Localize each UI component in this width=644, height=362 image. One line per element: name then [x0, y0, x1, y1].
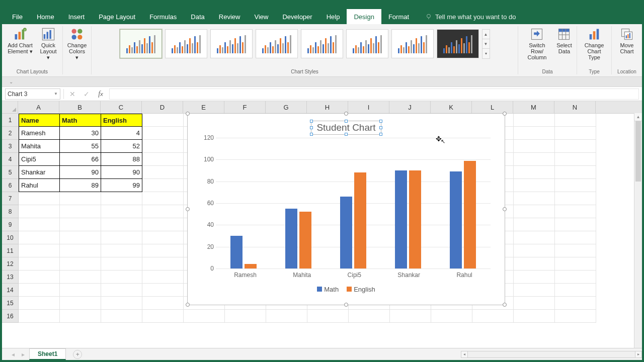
col-header-B[interactable]: B: [59, 101, 101, 113]
row-header-3[interactable]: 3: [2, 140, 18, 153]
cell-M13[interactable]: [514, 270, 555, 284]
cell-B5[interactable]: 90: [60, 166, 101, 179]
cell-N8[interactable]: [555, 205, 596, 218]
cell-N4[interactable]: [555, 153, 596, 166]
row-header-5[interactable]: 5: [2, 166, 18, 179]
cell-D5[interactable]: [142, 166, 184, 179]
bar-group[interactable]: [228, 236, 259, 268]
cell-B6[interactable]: 89: [60, 179, 101, 192]
chart-style-4[interactable]: [256, 29, 298, 58]
row-header-1[interactable]: 1: [2, 114, 18, 127]
cell-N10[interactable]: [555, 231, 596, 244]
cell-N1[interactable]: [555, 114, 596, 127]
cell-A4[interactable]: Cipi5: [19, 153, 60, 166]
cell-C14[interactable]: [101, 284, 142, 297]
quick-layout-button[interactable]: Quick Layout ▾: [37, 26, 59, 61]
bar[interactable]: [395, 170, 407, 268]
chart-style-3[interactable]: [210, 29, 253, 58]
cell-A12[interactable]: [19, 257, 60, 270]
cell-M11[interactable]: [514, 244, 555, 257]
tab-nav-next[interactable]: ▸: [19, 351, 27, 358]
cell-D12[interactable]: [142, 257, 184, 270]
cell-D13[interactable]: [142, 270, 184, 284]
select-data-button[interactable]: Select Data: [555, 26, 574, 61]
cell-N11[interactable]: [555, 244, 596, 257]
cell-F16[interactable]: [225, 310, 266, 323]
cell-L16[interactable]: [472, 310, 514, 323]
cell-B4[interactable]: 66: [60, 153, 101, 166]
chart-title[interactable]: Student Chart: [311, 121, 381, 135]
cell-D7[interactable]: [142, 192, 184, 205]
cell-B11[interactable]: [60, 244, 101, 257]
row-header-4[interactable]: 4: [2, 153, 18, 166]
cell-A14[interactable]: [19, 284, 60, 297]
styles-scroll[interactable]: ▲▼▾: [482, 29, 490, 59]
cell-D4[interactable]: [142, 153, 184, 166]
cell-N14[interactable]: [555, 284, 596, 297]
cell-B3[interactable]: 55: [60, 140, 101, 153]
name-box[interactable]: Chart 3 ▼: [5, 88, 60, 100]
cell-M2[interactable]: [514, 127, 555, 140]
switch-row-col-button[interactable]: Switch Row/ Column: [521, 26, 553, 61]
cell-M16[interactable]: [514, 310, 555, 323]
cell-A8[interactable]: [19, 205, 60, 218]
bar-group[interactable]: [283, 209, 313, 268]
cell-A6[interactable]: Rahul: [19, 179, 60, 192]
cell-B14[interactable]: [60, 284, 101, 297]
cell-C13[interactable]: [101, 270, 142, 284]
cell-C1[interactable]: English: [101, 114, 142, 127]
cell-D9[interactable]: [142, 218, 184, 231]
col-header-I[interactable]: I: [348, 101, 389, 113]
col-header-D[interactable]: D: [142, 101, 183, 113]
cell-I16[interactable]: [349, 310, 390, 323]
bar[interactable]: [245, 264, 257, 268]
cell-N16[interactable]: [555, 310, 596, 323]
cell-C9[interactable]: [101, 218, 142, 231]
row-header-12[interactable]: 12: [2, 257, 18, 270]
cell-C10[interactable]: [101, 231, 142, 244]
row-header-16[interactable]: 16: [2, 310, 18, 323]
col-header-C[interactable]: C: [101, 101, 142, 113]
chart-style-5[interactable]: [301, 29, 343, 58]
cell-M15[interactable]: [514, 297, 555, 310]
ribbon-collapse-strip[interactable]: ⌄: [2, 77, 642, 87]
cell-D15[interactable]: [142, 297, 184, 310]
cell-A3[interactable]: Mahita: [19, 140, 60, 153]
cell-B10[interactable]: [60, 231, 101, 244]
cell-N2[interactable]: [555, 127, 596, 140]
cell-D1[interactable]: [142, 114, 184, 127]
bar-group[interactable]: [338, 172, 368, 268]
tab-review[interactable]: Review: [212, 9, 248, 24]
cell-A7[interactable]: [19, 192, 60, 205]
bar[interactable]: [299, 212, 311, 268]
chart-style-8[interactable]: [437, 29, 479, 58]
cell-N3[interactable]: [555, 140, 596, 153]
cell-K16[interactable]: [431, 310, 472, 323]
bar[interactable]: [340, 197, 352, 268]
row-header-13[interactable]: 13: [2, 270, 18, 284]
row-header-9[interactable]: 9: [2, 218, 18, 231]
sheet-tab-active[interactable]: Sheet1: [29, 348, 66, 360]
cell-C7[interactable]: [101, 192, 142, 205]
tab-design[interactable]: Design: [347, 9, 381, 24]
cell-N9[interactable]: [555, 218, 596, 231]
cell-C5[interactable]: 90: [101, 166, 142, 179]
col-header-G[interactable]: G: [266, 101, 307, 113]
cell-A16[interactable]: [19, 310, 60, 323]
cell-B16[interactable]: [60, 310, 101, 323]
cell-C8[interactable]: [101, 205, 142, 218]
cell-J16[interactable]: [390, 310, 431, 323]
col-header-M[interactable]: M: [513, 101, 554, 113]
cell-N15[interactable]: [555, 297, 596, 310]
cell-B7[interactable]: [60, 192, 101, 205]
chart-style-2[interactable]: [165, 29, 207, 58]
cell-M4[interactable]: [514, 153, 555, 166]
cell-N6[interactable]: [555, 179, 596, 192]
cancel-formula-button[interactable]: ✕: [67, 88, 78, 100]
cell-M1[interactable]: [514, 114, 555, 127]
cell-D6[interactable]: [142, 179, 184, 192]
legend-item[interactable]: Math: [317, 286, 339, 293]
cell-A13[interactable]: [19, 270, 60, 284]
cell-C15[interactable]: [101, 297, 142, 310]
bar[interactable]: [450, 171, 462, 268]
